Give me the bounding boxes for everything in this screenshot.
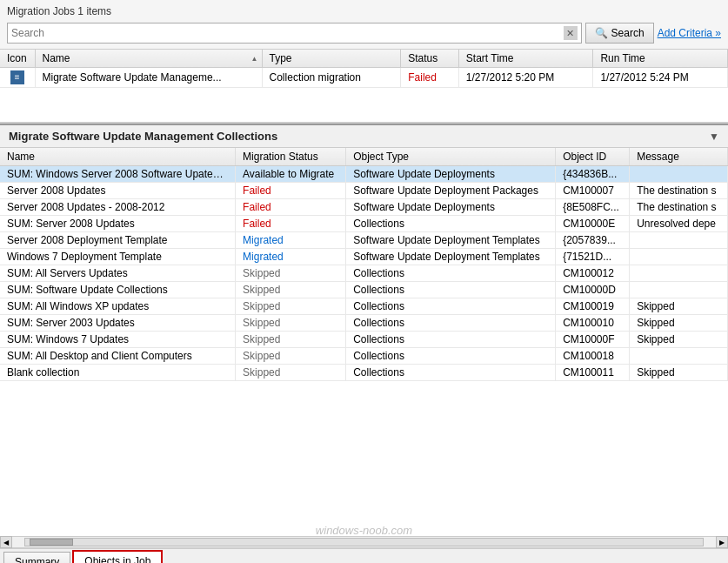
table-row[interactable]: Server 2008 Deployment Template Migrated… [0,232,728,249]
row-message [630,348,728,365]
top-panel: Migration Jobs 1 items ✕ 🔍 Search Add Cr… [0,0,728,50]
row-message: Skipped [630,315,728,332]
row-name: SUM: Windows Server 2008 Software Upates… [0,166,236,183]
row-migration-status: Failed [236,199,346,216]
row-migration-status: Skipped [236,332,346,348]
table-row[interactable]: SUM: Windows Server 2008 Software Upates… [0,166,728,183]
row-migration-status: Failed [236,216,346,232]
top-table-container: Icon Name ▲ Type Status Start Time Run T… [0,50,728,124]
row-object-id: CM10000F [556,332,630,348]
row-migration-status: Failed [236,183,346,199]
row-object-type: Collections [346,332,556,348]
table-row[interactable]: ≡ Migrate Software Update Manageme... Co… [0,68,728,88]
row-message: The destination s [630,199,728,216]
row-message: The destination s [630,183,728,199]
scroll-track[interactable] [24,538,704,546]
row-name: SUM: All Desktop and Client Computers [0,348,236,365]
detail-section: Migrate Software Update Management Colle… [0,124,728,536]
col-object-id: Object ID [556,148,630,166]
jobs-table: Icon Name ▲ Type Status Start Time Run T… [0,50,728,88]
row-name: SUM: All Servers Updates [0,265,236,282]
table-row[interactable]: Blank collection Skipped Collections CM1… [0,365,728,381]
row-migration-status: Skipped [236,315,346,332]
add-criteria-button[interactable]: Add Criteria » [658,27,721,39]
row-migration-status: Migrated [236,249,346,265]
row-object-id: CM100018 [556,348,630,365]
row-object-id: CM100007 [556,183,630,199]
row-object-type: Collections [346,315,556,332]
row-migration-status: Skipped [236,365,346,381]
table-row[interactable]: SUM: All Desktop and Client Computers Sk… [0,348,728,365]
col-status: Status [401,50,459,68]
row-name: Server 2008 Updates [0,183,236,199]
row-object-type: Software Update Deployment Templates [346,232,556,249]
row-type: Collection migration [262,68,401,88]
table-row[interactable]: SUM: All Servers Updates Skipped Collect… [0,265,728,282]
row-name: SUM: Server 2003 Updates [0,315,236,332]
row-migration-status: Skipped [236,265,346,282]
row-message [630,265,728,282]
row-name: Blank collection [0,365,236,381]
row-migration-status: Skipped [236,348,346,365]
scroll-left-button[interactable]: ◀ [0,536,12,548]
tab-bar: Summary Objects in Job [0,548,728,563]
row-message [630,166,728,183]
row-migration-status: Migrated [236,232,346,249]
row-object-id: CM100019 [556,298,630,315]
table-row[interactable]: SUM: Server 2003 Updates Skipped Collect… [0,315,728,332]
row-start-time: 1/27/2012 5:20 PM [458,68,593,88]
col-name: Name ▲ [35,50,262,68]
table-row[interactable]: SUM: Server 2008 Updates Failed Collecti… [0,216,728,232]
row-object-type: Software Update Deployment Templates [346,249,556,265]
col-start-time: Start Time [458,50,593,68]
col-type: Type [262,50,401,68]
row-message: Skipped [630,365,728,381]
row-object-type: Collections [346,298,556,315]
section-header: Migrate Software Update Management Colle… [0,124,728,148]
row-object-id: CM100011 [556,365,630,381]
page-title: Migration Jobs 1 items [7,5,721,17]
row-object-id: {8E508FC... [556,199,630,216]
row-migration-status: Skipped [236,298,346,315]
scroll-right-button[interactable]: ▶ [716,536,728,548]
tab-summary[interactable]: Summary [3,552,70,563]
table-row[interactable]: SUM: Software Update Collections Skipped… [0,282,728,298]
col-name: Name [0,148,236,166]
row-migration-status: Skipped [236,282,346,298]
row-object-type: Collections [346,348,556,365]
bottom-table-container: Name Migration Status Object Type Object… [0,148,728,536]
row-object-type: Collections [346,216,556,232]
table-row[interactable]: Windows 7 Deployment Template Migrated S… [0,249,728,265]
search-button[interactable]: 🔍 Search [585,23,654,44]
row-object-type: Software Update Deployments [346,166,556,183]
col-run-time: Run Time [593,50,728,68]
row-name: Windows 7 Deployment Template [0,249,236,265]
table-row[interactable]: Server 2008 Updates - 2008-2012 Failed S… [0,199,728,216]
col-icon: Icon [0,50,35,68]
table-row[interactable]: Server 2008 Updates Failed Software Upda… [0,183,728,199]
collapse-button[interactable]: ▼ [709,131,719,143]
row-name: SUM: All Windows XP updates [0,298,236,315]
table-row[interactable]: SUM: Windows 7 Updates Skipped Collectio… [0,332,728,348]
row-object-type: Software Update Deployment Packages [346,183,556,199]
row-message [630,282,728,298]
row-name: Server 2008 Deployment Template [0,232,236,249]
row-object-id: {71521D... [556,249,630,265]
tab-objects-in-job[interactable]: Objects in Job [72,550,163,563]
search-input-wrapper: ✕ [7,23,582,44]
search-input[interactable] [11,27,564,39]
table-row[interactable]: SUM: All Windows XP updates Skipped Coll… [0,298,728,315]
search-icon: 🔍 [595,27,608,39]
row-migration-status: Available to Migrate [236,166,346,183]
row-name: SUM: Windows 7 Updates [0,332,236,348]
horizontal-scrollbar[interactable]: ◀ ▶ [0,536,728,548]
row-object-id: {2057839... [556,232,630,249]
row-object-id: {434836B... [556,166,630,183]
row-icon: ≡ [0,68,35,88]
row-name: SUM: Server 2008 Updates [0,216,236,232]
row-run-time: 1/27/2012 5:24 PM [593,68,728,88]
job-icon: ≡ [10,70,24,84]
search-clear-button[interactable]: ✕ [564,26,578,40]
scroll-thumb[interactable] [30,539,73,546]
row-message [630,249,728,265]
